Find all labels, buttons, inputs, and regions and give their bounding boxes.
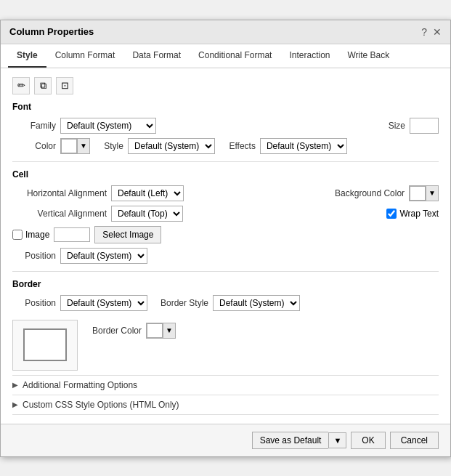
border-preview-inner: [23, 328, 67, 361]
toolbar: ✏ ⧉ ⊡: [12, 77, 439, 94]
border-section: Border Position Default (System) Top Bot…: [12, 279, 439, 375]
copy-button[interactable]: ⧉: [34, 77, 52, 94]
column-properties-dialog: Column Properties ? ✕ Style Column Forma…: [0, 20, 451, 457]
border-color-dropdown-arrow[interactable]: ▼: [163, 323, 175, 338]
font-family-select[interactable]: Default (System) Arial Times New Roman: [60, 118, 156, 134]
custom-css-arrow: ▶: [12, 400, 18, 408]
image-checkbox-row: Image: [12, 230, 49, 240]
font-color-row: Color ▼ Style Default (System) Normal Bo…: [12, 138, 439, 154]
image-input[interactable]: [54, 227, 90, 242]
bg-color-swatch: [410, 186, 426, 201]
font-color-label: Color: [12, 141, 56, 151]
tab-interaction[interactable]: Interaction: [280, 44, 338, 68]
custom-css-row[interactable]: ▶ Custom CSS Style Options (HTML Only): [12, 395, 439, 415]
cell-section-title: Cell: [12, 169, 439, 179]
border-preview: [12, 320, 78, 371]
font-size-input[interactable]: [410, 118, 439, 134]
tab-column-format[interactable]: Column Format: [46, 44, 124, 68]
wrap-text-checkbox[interactable]: [386, 209, 397, 219]
additional-formatting-row[interactable]: ▶ Additional Formatting Options: [12, 375, 439, 395]
ok-button[interactable]: OK: [351, 432, 385, 449]
border-position-label: Position: [12, 298, 56, 308]
pencil-button[interactable]: ✏: [12, 77, 30, 94]
tab-data-format[interactable]: Data Format: [123, 44, 190, 68]
save-default-split-button: Save as Default ▼: [252, 432, 347, 449]
border-pos-row: Position Default (System) Top Bottom Lef…: [12, 295, 439, 311]
cell-position-select[interactable]: Default (System) Left Right: [60, 248, 147, 264]
cell-position-label: Position: [12, 251, 56, 261]
font-size-label: Size: [362, 121, 405, 131]
cancel-button[interactable]: Cancel: [390, 432, 439, 449]
h-align-row: Horizontal Alignment Default (Left) Left…: [12, 185, 439, 201]
bg-color-dropdown-arrow[interactable]: ▼: [426, 186, 438, 201]
dialog-title: Column Properties: [9, 26, 94, 37]
font-family-row: Family Default (System) Arial Times New …: [12, 118, 439, 134]
v-align-label: Vertical Alignment: [12, 209, 107, 219]
image-label: Image: [25, 230, 49, 240]
close-icon[interactable]: ✕: [433, 26, 442, 38]
border-color-picker[interactable]: ▼: [146, 323, 176, 339]
font-effects-label: Effects: [219, 141, 256, 151]
cell-section: Cell Horizontal Alignment Default (Left)…: [12, 169, 439, 264]
title-bar: Column Properties ? ✕: [1, 20, 450, 44]
save-default-button[interactable]: Save as Default: [252, 432, 329, 449]
font-family-label: Family: [12, 121, 56, 131]
h-align-label: Horizontal Alignment: [12, 188, 107, 198]
font-section: Font Family Default (System) Arial Times…: [12, 102, 439, 154]
tab-write-back[interactable]: Write Back: [339, 44, 399, 68]
help-icon[interactable]: ?: [421, 26, 427, 38]
tab-style[interactable]: Style: [8, 44, 46, 68]
tab-conditional-format[interactable]: Conditional Format: [190, 44, 280, 68]
cell-position-row: Position Default (System) Left Right: [12, 248, 439, 264]
border-style-select[interactable]: Default (System) Solid Dashed Dotted: [213, 295, 300, 311]
v-align-row: Vertical Alignment Default (Top) Top Mid…: [12, 206, 439, 222]
custom-css-label: Custom CSS Style Options (HTML Only): [23, 400, 179, 410]
bg-color-label: Background Color: [325, 188, 405, 198]
additional-formatting-label: Additional Formatting Options: [23, 380, 137, 390]
border-bottom-row: Border Color ▼: [12, 315, 439, 375]
border-color-swatch: [147, 323, 163, 338]
title-icons: ? ✕: [421, 26, 442, 38]
tab-bar: Style Column Format Data Format Conditio…: [1, 44, 450, 68]
font-color-swatch: [61, 139, 77, 153]
additional-formatting-arrow: ▶: [12, 381, 18, 389]
border-style-label: Border Style: [161, 298, 208, 308]
border-position-select[interactable]: Default (System) Top Bottom Left Right A…: [60, 295, 147, 311]
tab-content: ✏ ⧉ ⊡ Font Family Default (System) Arial…: [1, 68, 450, 424]
wrap-text-label: Wrap Text: [399, 209, 439, 219]
font-effects-select[interactable]: Default (System) None Underline: [260, 138, 347, 154]
save-default-dropdown[interactable]: ▼: [328, 432, 346, 448]
v-align-select[interactable]: Default (Top) Top Middle Bottom: [111, 206, 183, 222]
paste-button[interactable]: ⊡: [56, 77, 73, 94]
bg-color-picker[interactable]: ▼: [409, 185, 439, 201]
border-color-label: Border Color: [92, 326, 142, 336]
h-align-select[interactable]: Default (Left) Left Center Right: [111, 185, 184, 201]
select-image-button[interactable]: Select Image: [94, 226, 161, 243]
image-checkbox[interactable]: [12, 230, 23, 240]
font-style-label: Style: [94, 141, 123, 151]
font-color-dropdown-arrow[interactable]: ▼: [77, 139, 89, 153]
font-style-select[interactable]: Default (System) Normal Bold: [128, 138, 215, 154]
border-section-title: Border: [12, 279, 439, 289]
image-row: Image Select Image: [12, 226, 439, 243]
dialog-footer: Save as Default ▼ OK Cancel: [1, 424, 450, 456]
font-color-picker[interactable]: ▼: [60, 138, 90, 154]
border-color-row: Border Color ▼: [92, 323, 176, 339]
font-section-title: Font: [12, 102, 439, 112]
wrap-text-row: Wrap Text: [386, 209, 439, 219]
